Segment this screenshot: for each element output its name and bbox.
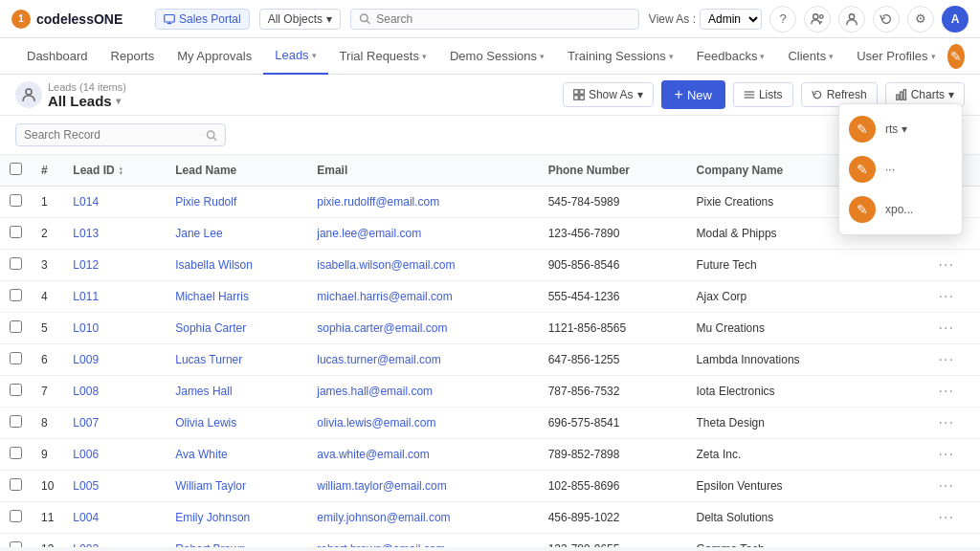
person-icon-btn[interactable] bbox=[838, 6, 865, 33]
row-actions[interactable]: ··· bbox=[929, 313, 980, 344]
email-link[interactable]: emily.johnson@email.com bbox=[317, 511, 450, 524]
nav-item-feedbacks[interactable]: Feedbacks ▾ bbox=[685, 38, 777, 75]
row-checkbox[interactable] bbox=[10, 415, 22, 428]
nav-item-user-profiles[interactable]: User Profiles ▾ bbox=[845, 38, 947, 75]
row-email[interactable]: sophia.carter@email.com bbox=[307, 313, 538, 344]
row-checkbox-cell[interactable] bbox=[0, 313, 32, 344]
row-email[interactable]: emily.johnson@email.com bbox=[307, 502, 538, 534]
lists-button[interactable]: Lists bbox=[733, 82, 793, 107]
nav-item-training-sessions[interactable]: Training Sessions ▾ bbox=[556, 38, 685, 75]
row-checkbox[interactable] bbox=[10, 447, 22, 459]
row-checkbox-cell[interactable] bbox=[0, 344, 32, 376]
row-actions[interactable]: ··· bbox=[929, 344, 980, 376]
row-actions[interactable]: ··· bbox=[929, 439, 980, 471]
email-link[interactable]: michael.harris@email.com bbox=[317, 290, 453, 303]
portal-badge[interactable]: Sales Portal bbox=[155, 9, 250, 30]
row-lead-id[interactable]: L009 bbox=[63, 344, 166, 376]
search-record-input[interactable] bbox=[24, 128, 200, 142]
lead-id-link[interactable]: L003 bbox=[73, 542, 99, 547]
row-checkbox[interactable] bbox=[10, 352, 22, 364]
view-as-select[interactable]: Admin bbox=[700, 9, 762, 30]
lead-id-link[interactable]: L009 bbox=[73, 353, 99, 366]
users-icon-btn[interactable] bbox=[804, 6, 831, 33]
lead-name-link[interactable]: Emily Johnson bbox=[175, 511, 250, 524]
objects-select[interactable]: All Objects ▾ bbox=[259, 9, 341, 30]
select-all-checkbox[interactable] bbox=[10, 163, 22, 175]
row-checkbox-cell[interactable] bbox=[0, 471, 32, 502]
row-checkbox-cell[interactable] bbox=[0, 281, 32, 313]
nav-item-leads[interactable]: Leads ▾ bbox=[263, 38, 327, 75]
email-link[interactable]: olivia.lewis@email.com bbox=[317, 416, 435, 430]
lead-id-link[interactable]: L014 bbox=[73, 195, 99, 209]
row-lead-name[interactable]: Ava White bbox=[166, 439, 307, 471]
email-link[interactable]: james.hall@email.com bbox=[317, 385, 433, 398]
lead-id-link[interactable]: L008 bbox=[73, 385, 99, 398]
row-email[interactable]: jane.lee@email.com bbox=[307, 218, 538, 250]
search-record-container[interactable] bbox=[15, 123, 226, 146]
row-actions[interactable]: ··· bbox=[929, 502, 980, 534]
lead-name-link[interactable]: Ava White bbox=[175, 448, 227, 461]
row-email[interactable]: isabella.wilson@email.com bbox=[307, 250, 538, 281]
global-search-bar[interactable] bbox=[350, 9, 639, 30]
email-link[interactable]: robert.brown@email.com bbox=[317, 542, 445, 547]
lead-id-link[interactable]: L004 bbox=[73, 511, 99, 524]
row-actions[interactable]: ··· bbox=[929, 471, 980, 502]
row-email[interactable]: lucas.turner@email.com bbox=[307, 344, 538, 376]
lead-id-link[interactable]: L006 bbox=[73, 448, 99, 461]
row-lead-id[interactable]: L004 bbox=[63, 502, 166, 534]
row-checkbox[interactable] bbox=[10, 384, 22, 396]
lead-name-link[interactable]: James Hall bbox=[175, 385, 232, 398]
email-link[interactable]: sophia.carter@email.com bbox=[317, 321, 447, 335]
row-email[interactable]: olivia.lewis@email.com bbox=[307, 408, 538, 439]
help-icon-btn[interactable]: ? bbox=[769, 6, 796, 33]
lead-id-link[interactable]: L011 bbox=[73, 290, 99, 303]
email-link[interactable]: ava.white@email.com bbox=[317, 448, 430, 461]
user-avatar[interactable]: A bbox=[942, 6, 969, 33]
row-lead-name[interactable]: Sophia Carter bbox=[166, 313, 307, 344]
lead-id-link[interactable]: L005 bbox=[73, 479, 99, 493]
row-lead-id[interactable]: L011 bbox=[63, 281, 166, 313]
nav-item-my-approvals[interactable]: My Approvals bbox=[166, 38, 263, 75]
lead-name-link[interactable]: Michael Harris bbox=[175, 290, 249, 303]
row-checkbox-cell[interactable] bbox=[0, 187, 32, 218]
email-header[interactable]: Email bbox=[307, 155, 538, 187]
row-checkbox[interactable] bbox=[10, 320, 22, 333]
lead-name-link[interactable]: Pixie Rudolf bbox=[175, 195, 236, 209]
row-lead-name[interactable]: Robert Brown bbox=[166, 534, 307, 548]
row-actions[interactable]: ··· bbox=[929, 281, 980, 313]
settings-icon-btn[interactable]: ⚙ bbox=[907, 6, 934, 33]
lead-id-link[interactable]: L013 bbox=[73, 227, 99, 240]
row-checkbox-cell[interactable] bbox=[0, 502, 32, 534]
row-checkbox-cell[interactable] bbox=[0, 218, 32, 250]
global-search-input[interactable] bbox=[376, 12, 631, 26]
row-email[interactable]: william.taylor@email.com bbox=[307, 471, 538, 502]
row-lead-name[interactable]: Isabella Wilson bbox=[166, 250, 307, 281]
overlay-edit-btn-2[interactable]: ✎ bbox=[849, 156, 876, 183]
lead-name-link[interactable]: Isabella Wilson bbox=[175, 258, 253, 272]
lead-id-link[interactable]: L010 bbox=[73, 321, 99, 335]
row-lead-id[interactable]: L006 bbox=[63, 439, 166, 471]
phone-header[interactable]: Phone Number bbox=[539, 155, 687, 187]
row-email[interactable]: pixie.rudolff@email.com bbox=[307, 187, 538, 218]
overlay-edit-btn-3[interactable]: ✎ bbox=[849, 196, 876, 223]
row-checkbox-cell[interactable] bbox=[0, 534, 32, 548]
lead-name-link[interactable]: Lucas Turner bbox=[175, 353, 242, 366]
row-lead-id[interactable]: L012 bbox=[63, 250, 166, 281]
row-actions[interactable]: ··· bbox=[929, 250, 980, 281]
row-actions[interactable]: ··· bbox=[929, 376, 980, 408]
row-lead-id[interactable]: L014 bbox=[63, 187, 166, 218]
row-lead-name[interactable]: Emily Johnson bbox=[166, 502, 307, 534]
nav-edit-button[interactable]: ✎ bbox=[947, 44, 965, 69]
row-checkbox-cell[interactable] bbox=[0, 439, 32, 471]
row-lead-name[interactable]: James Hall bbox=[166, 376, 307, 408]
row-lead-id[interactable]: L007 bbox=[63, 408, 166, 439]
row-lead-id[interactable]: L005 bbox=[63, 471, 166, 502]
lead-name-link[interactable]: Olivia Lewis bbox=[175, 416, 236, 430]
lead-name-header[interactable]: Lead Name bbox=[166, 155, 307, 187]
email-link[interactable]: lucas.turner@email.com bbox=[317, 353, 441, 366]
row-lead-id[interactable]: L008 bbox=[63, 376, 166, 408]
email-link[interactable]: isabella.wilson@email.com bbox=[317, 258, 455, 272]
nav-item-trial-requests[interactable]: Trial Requests ▾ bbox=[328, 38, 438, 75]
row-checkbox[interactable] bbox=[10, 257, 22, 270]
email-link[interactable]: pixie.rudolff@email.com bbox=[317, 195, 439, 209]
